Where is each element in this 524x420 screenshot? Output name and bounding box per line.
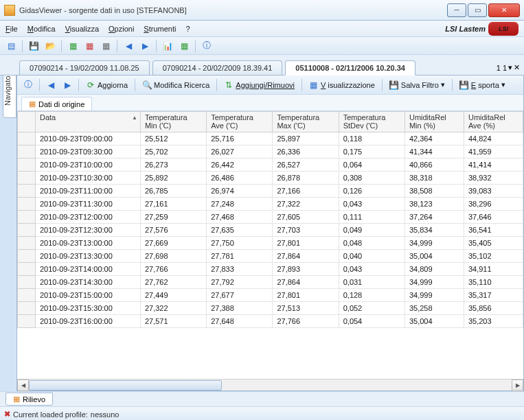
table-row[interactable]: 2010-09-23T09:00:0025,51225,71625,8970,1… bbox=[18, 132, 523, 145]
cell: 2010-09-23T16:00:00 bbox=[36, 315, 141, 328]
row-header[interactable] bbox=[18, 198, 36, 211]
cell: 0,054 bbox=[339, 315, 405, 328]
row-header[interactable] bbox=[18, 315, 36, 328]
cell: 35,317 bbox=[464, 289, 523, 302]
menu-opzioni[interactable]: Opzioni bbox=[109, 25, 134, 33]
row-header[interactable] bbox=[18, 263, 36, 276]
scroll-right-icon[interactable]: ▶ bbox=[512, 380, 523, 391]
cell: 0,031 bbox=[339, 276, 405, 289]
cell: 35,004 bbox=[405, 250, 464, 263]
error-icon: ✖ bbox=[4, 410, 10, 419]
menu-file[interactable]: File bbox=[5, 25, 18, 33]
row-header[interactable] bbox=[18, 172, 36, 185]
row-header[interactable] bbox=[18, 224, 36, 237]
row-header[interactable] bbox=[18, 276, 36, 289]
doc-tab-1[interactable]: 07090214 - 20/02/2009 18.39.41 bbox=[152, 60, 283, 75]
scroll-thumb[interactable] bbox=[29, 380, 222, 390]
table-row[interactable]: 2010-09-23T13:30:0027,69827,78127,8640,0… bbox=[18, 250, 523, 263]
tab-dropdown-icon[interactable]: ▾ bbox=[508, 63, 512, 72]
cell: 34,911 bbox=[464, 263, 523, 276]
maximize-button[interactable]: ▭ bbox=[468, 3, 487, 17]
scroll-track[interactable] bbox=[29, 380, 512, 391]
table-row[interactable]: 2010-09-23T11:30:0027,16127,24827,3220,0… bbox=[18, 198, 523, 211]
delete-icon[interactable]: ▦ bbox=[82, 39, 96, 53]
menu-visualizza[interactable]: Visualizza bbox=[65, 25, 99, 33]
table-row[interactable]: 2010-09-23T11:00:0026,78526,97427,1660,1… bbox=[18, 185, 523, 198]
rilievo-tab[interactable]: ▦Rilievo bbox=[5, 393, 53, 406]
salva-filtro-button[interactable]: 💾Salva Filtro ▾ bbox=[387, 79, 448, 91]
data-icon: ▦ bbox=[29, 100, 36, 108]
cell: 26,336 bbox=[273, 145, 339, 159]
cell: 34,809 bbox=[405, 263, 464, 276]
table-row[interactable]: 2010-09-23T14:30:0027,76227,79227,8640,0… bbox=[18, 276, 523, 289]
data-grid[interactable]: Data▲TemperaturaMin ('C)TemperaturaAve (… bbox=[17, 111, 523, 379]
table-icon[interactable]: ▦ bbox=[66, 39, 80, 53]
col-header-1[interactable]: TemperaturaMin ('C) bbox=[140, 112, 206, 132]
new-doc-icon[interactable]: ▤ bbox=[4, 39, 18, 53]
table-row[interactable]: 2010-09-23T16:00:0027,57127,64827,7660,0… bbox=[18, 315, 523, 328]
nav-next-icon[interactable]: ▶ bbox=[138, 39, 152, 53]
next-icon[interactable]: ▶ bbox=[60, 78, 74, 92]
open-icon[interactable]: 📂 bbox=[43, 39, 57, 53]
esporta-button[interactable]: 💾Esporta ▾ bbox=[457, 79, 508, 91]
table-row[interactable]: 2010-09-23T15:30:0027,32227,38827,5130,0… bbox=[18, 302, 523, 315]
table-row[interactable]: 2010-09-23T13:00:0027,66927,75027,8010,0… bbox=[18, 237, 523, 250]
cell: 0,111 bbox=[339, 211, 405, 224]
prev-icon[interactable]: ◀ bbox=[44, 78, 58, 92]
cell: 27,166 bbox=[273, 185, 339, 198]
cell: 27,766 bbox=[273, 315, 339, 328]
visualizzazione-button[interactable]: ▦Visualizzazione bbox=[306, 79, 378, 91]
window-title: GidasViewer - sorgente dati in uso [STEF… bbox=[19, 6, 447, 14]
col-header-0[interactable]: Data▲ bbox=[36, 112, 141, 132]
nav-prev-icon[interactable]: ◀ bbox=[122, 39, 135, 53]
menu-modifica[interactable]: Modifica bbox=[27, 25, 56, 33]
close-button[interactable]: ✕ bbox=[488, 3, 520, 17]
row-header[interactable] bbox=[18, 211, 36, 224]
table-row[interactable]: 2010-09-23T10:00:0026,27326,44226,5270,0… bbox=[18, 159, 523, 172]
table-row[interactable]: 2010-09-23T12:00:0027,25927,46827,6050,1… bbox=[18, 211, 523, 224]
info-icon[interactable]: ⓘ bbox=[21, 78, 35, 92]
row-header[interactable] bbox=[18, 302, 36, 315]
tab-close-icon[interactable]: ✕ bbox=[514, 63, 520, 72]
refresh-icon[interactable]: ▦ bbox=[177, 39, 191, 53]
help-icon[interactable]: ⓘ bbox=[200, 39, 214, 53]
row-header[interactable] bbox=[18, 289, 36, 302]
row-header[interactable] bbox=[18, 159, 36, 172]
col-header-5[interactable]: UmiditaRelMin (%) bbox=[405, 112, 464, 132]
cell: 39,083 bbox=[464, 185, 523, 198]
col-header-4[interactable]: TemperaturaStDev ('C) bbox=[339, 112, 405, 132]
table-row[interactable]: 2010-09-23T12:30:0027,57627,63527,7030,0… bbox=[18, 224, 523, 237]
chart-icon[interactable]: 📊 bbox=[161, 39, 174, 53]
table-row[interactable]: 2010-09-23T09:30:0025,70226,02726,3360,1… bbox=[18, 145, 523, 159]
col-header-6[interactable]: UmiditaRelAve (%) bbox=[464, 112, 523, 132]
status-label: Current loaded profile: bbox=[13, 410, 88, 419]
aggiungi-rimuovi-button[interactable]: ⇅Aggiungi/Rimuovi bbox=[221, 79, 297, 91]
row-header[interactable] bbox=[18, 250, 36, 263]
aggiorna-button[interactable]: ⟳Aggiorna bbox=[83, 79, 130, 91]
row-header[interactable] bbox=[18, 132, 36, 145]
subtab-dati-origine[interactable]: ▦Dati di origine bbox=[21, 97, 92, 110]
horizontal-scrollbar[interactable]: ◀ ▶ bbox=[17, 379, 523, 390]
minimize-button[interactable]: ─ bbox=[447, 3, 466, 17]
work-area: ⓘ ◀ ▶ ⟳Aggiorna 🔍Modifica Ricerca ⇅Aggiu… bbox=[16, 75, 524, 391]
menu-strumenti[interactable]: Strumenti bbox=[144, 25, 176, 33]
table-row[interactable]: 2010-09-23T10:30:0025,89226,48626,8780,3… bbox=[18, 172, 523, 185]
cell: 27,513 bbox=[273, 302, 339, 315]
row-header[interactable] bbox=[18, 237, 36, 250]
cell: 0,049 bbox=[339, 224, 405, 237]
col-header-3[interactable]: TemperaturaMax ('C) bbox=[273, 112, 339, 132]
row-header-corner bbox=[18, 112, 36, 132]
col-header-2[interactable]: TemperaturaAve ('C) bbox=[207, 112, 273, 132]
row-header[interactable] bbox=[18, 185, 36, 198]
doc-tab-2[interactable]: 05110008 - 02/11/2006 10.20.34 bbox=[285, 60, 415, 75]
doc-tab-0[interactable]: 07090214 - 19/02/2009 11.08.25 bbox=[19, 60, 150, 75]
grid-icon[interactable]: ▦ bbox=[99, 39, 113, 53]
menu-help[interactable]: ? bbox=[185, 25, 190, 33]
row-header[interactable] bbox=[18, 145, 36, 159]
table-row[interactable]: 2010-09-23T14:00:0027,76627,83327,8930,0… bbox=[18, 263, 523, 276]
scroll-left-icon[interactable]: ◀ bbox=[17, 380, 29, 391]
modifica-ricerca-button[interactable]: 🔍Modifica Ricerca bbox=[139, 79, 212, 91]
save-icon[interactable]: 💾 bbox=[27, 39, 41, 53]
cell: 26,785 bbox=[140, 185, 206, 198]
table-row[interactable]: 2010-09-23T15:00:0027,44927,67727,8010,1… bbox=[18, 289, 523, 302]
